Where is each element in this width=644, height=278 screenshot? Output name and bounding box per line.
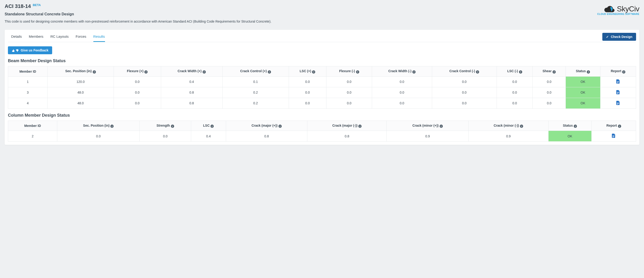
feedback-button[interactable]: Give us Feedback [8, 46, 52, 54]
cell: 0.0 [57, 131, 140, 142]
cell: 48.0 [48, 87, 114, 98]
col-header: Flexure (-)i [326, 66, 372, 76]
cell: 0.4 [161, 76, 222, 87]
info-icon[interactable]: i [412, 70, 416, 74]
info-icon[interactable]: i [356, 70, 359, 74]
report-cell [600, 76, 636, 87]
info-icon[interactable]: i [210, 124, 214, 128]
tab-details[interactable]: Details [11, 32, 22, 42]
col-header: Crack Control (+)i [222, 66, 289, 76]
info-icon[interactable]: i [587, 70, 590, 74]
info-icon[interactable]: i [278, 124, 282, 128]
check-icon [606, 35, 609, 39]
brand-logo: SkyCiv CLOUD ENGINEERING SOFTWARE [597, 3, 639, 15]
svg-rect-2 [617, 83, 618, 83]
info-icon[interactable]: i [171, 124, 174, 128]
col-header: Crack Width (+)i [161, 66, 222, 76]
cell: 0.0 [114, 87, 161, 98]
info-icon[interactable]: i [622, 70, 625, 74]
page-title: ACI 318-14 BETA [5, 3, 597, 9]
info-icon[interactable]: i [268, 70, 271, 74]
col-header: Flexure (+)i [114, 66, 161, 76]
report-icon[interactable] [612, 134, 616, 138]
col-header: Member ID [8, 120, 57, 131]
col-header: Strengthi [140, 120, 191, 131]
svg-rect-11 [612, 137, 614, 137]
col-header: Sec. Position (in)i [48, 66, 114, 76]
beam-table: Member IDSec. Position (in)iFlexure (+)i… [8, 66, 636, 109]
logo-name: SkyCiv [617, 5, 639, 13]
tab-results[interactable]: Results [93, 32, 105, 42]
cell: 0.0 [496, 76, 533, 87]
svg-rect-10 [612, 136, 614, 137]
svg-rect-6 [617, 103, 619, 103]
cell: 0.0 [372, 87, 432, 98]
cell: 0.0 [432, 76, 496, 87]
col-header: Crack (major (+))i [226, 120, 307, 131]
col-header: Crack (major (-))i [307, 120, 387, 131]
status-cell: OK [566, 76, 600, 87]
svg-rect-5 [617, 93, 618, 94]
cell: 48.0 [48, 98, 114, 108]
tab-forces[interactable]: Forces [76, 32, 86, 42]
cell: 0.8 [307, 131, 387, 142]
col-header: Statusi [566, 66, 600, 76]
cell: 0.4 [191, 131, 226, 142]
cell: 0.0 [432, 98, 496, 108]
svg-rect-9 [612, 136, 614, 136]
cell: 0.0 [533, 76, 566, 87]
info-icon[interactable]: i [202, 70, 206, 74]
cell: 0.9 [468, 131, 548, 142]
cell: 0.0 [289, 98, 326, 108]
cell: 0.0 [372, 76, 432, 87]
report-icon[interactable] [616, 80, 620, 84]
cell: 4 [8, 98, 48, 108]
cell: 0.0 [496, 98, 533, 108]
beta-badge: BETA [33, 3, 41, 7]
cell: 0.8 [161, 98, 222, 108]
info-icon[interactable]: i [519, 70, 522, 74]
cell: 0.0 [372, 98, 432, 108]
col-header: Member ID [8, 66, 48, 76]
col-header: Reporti [600, 66, 636, 76]
svg-rect-7 [617, 104, 619, 104]
info-icon[interactable]: i [618, 124, 621, 128]
logo-tagline: CLOUD ENGINEERING SOFTWARE [597, 13, 639, 15]
tab-rc-layouts[interactable]: RC Layouts [50, 32, 68, 42]
cell: 0.1 [222, 76, 289, 87]
cell: 0.8 [226, 131, 307, 142]
column-table: Member IDSec. Position (in)iStrengthiLSC… [8, 120, 636, 142]
tab-members[interactable]: Members [29, 32, 44, 42]
cell: 0.0 [289, 87, 326, 98]
beam-section-title: Beam Member Design Status [8, 58, 636, 63]
col-header: Reporti [592, 120, 636, 131]
page-description: This code is used for designing concrete… [5, 20, 597, 23]
info-icon[interactable]: i [520, 124, 523, 128]
cell: 0.0 [496, 87, 533, 98]
check-design-label: Check Design [611, 35, 632, 39]
info-icon[interactable]: i [574, 124, 577, 128]
svg-rect-1 [617, 82, 619, 82]
report-icon[interactable] [616, 90, 620, 95]
info-icon[interactable]: i [358, 124, 362, 128]
col-header: LSCi [191, 120, 226, 131]
cell: 0.2 [222, 98, 289, 108]
info-icon[interactable]: i [110, 124, 114, 128]
report-icon[interactable] [616, 101, 620, 106]
cloud-icon [604, 5, 615, 13]
info-icon[interactable]: i [312, 70, 315, 74]
table-row: 448.00.00.80.20.00.00.00.00.00.0OK [8, 98, 636, 108]
info-icon[interactable]: i [552, 70, 556, 74]
check-design-button[interactable]: Check Design [602, 33, 636, 41]
cell: 0.0 [432, 87, 496, 98]
table-row: 1120.00.00.40.10.00.00.00.00.00.0OK [8, 76, 636, 87]
table-row: 348.00.00.80.20.00.00.00.00.00.0OK [8, 87, 636, 98]
info-icon[interactable]: i [144, 70, 148, 74]
cell: 0.0 [140, 131, 191, 142]
col-header: Sheari [533, 66, 566, 76]
info-icon[interactable]: i [93, 70, 96, 74]
info-icon[interactable]: i [440, 124, 443, 128]
info-icon[interactable]: i [476, 70, 479, 74]
report-cell [600, 98, 636, 108]
feedback-label: Give us Feedback [21, 48, 48, 52]
